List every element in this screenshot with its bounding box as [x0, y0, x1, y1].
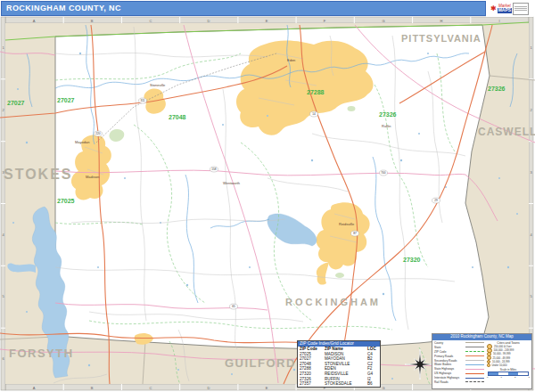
logo-tagline-box [513, 3, 529, 15]
publisher-logo: ✱ Market MAPS [486, 0, 533, 17]
title-bar: ROCKINGHAM COUNTY, NC [1, 1, 486, 16]
town-label-stoneville: Stoneville [150, 83, 166, 87]
county-label-stokes: STOKES [4, 167, 73, 182]
svg-text:D: D [208, 386, 210, 390]
town-label-ruffin: Ruffin [382, 124, 391, 128]
map-legend: 2010 Rockingham County, NC Map County St… [432, 333, 532, 389]
county-label-forsyth: FORSYTH [9, 347, 74, 360]
zip-label-27326-e: 27326 [488, 86, 506, 92]
zip-label-27027-w: 27027 [7, 100, 25, 106]
svg-text:A: A [33, 386, 36, 390]
zip-label-27288: 27288 [307, 89, 325, 95]
zip-label-27320: 27320 [403, 257, 421, 263]
zip-label-27027: 27027 [57, 97, 75, 103]
table-row: 27320REIDSVILLEG4 [298, 372, 382, 377]
svg-text:G: G [382, 386, 384, 390]
table-row: 27027MAYODANB2 [298, 356, 382, 362]
zip-index-table: ZIP Code Index/Grid Locator ZIP Code ZIP… [297, 340, 381, 388]
county-label-rockingham: ROCKINGHAM [285, 297, 381, 307]
svg-text:G: G [382, 19, 384, 23]
svg-text:E: E [266, 19, 268, 23]
county-label-caswell: CASWELL [478, 126, 535, 138]
route-shield: 158 [211, 167, 217, 171]
svg-text:C: C [150, 19, 152, 23]
zip-label-27025: 27025 [57, 198, 75, 204]
town-label-mayodan: Mayodan [75, 140, 89, 144]
town-label-eden: Eden [287, 58, 295, 62]
page-title: ROCKINGHAM COUNTY, NC [2, 2, 485, 15]
route-shield: 311 [140, 99, 144, 102]
svg-text:E: E [266, 386, 268, 390]
zip-label-27048: 27048 [169, 114, 186, 120]
town-label-reidsville: Reidsville [339, 222, 355, 226]
svg-text:B: B [91, 19, 94, 23]
route-shield: 29 [434, 199, 438, 202]
legend-cities-column: Cities and Towns 250,000 & Over 100,000 … [484, 341, 530, 385]
map-page: ROCKINGHAM COUNTY, NC ✱ Market MAPS [0, 0, 535, 392]
logo-word-2: MAPS [498, 8, 512, 13]
scale-ticks: 01 23 [487, 376, 530, 379]
town-label-wentworth: Wentworth [223, 181, 240, 185]
zip-table-header-row: ZIP Code ZIP Name LOC [298, 347, 382, 352]
zip-label-27326: 27326 [379, 111, 397, 118]
legend-line-items: County State ZIP Code Primary Roads Seco… [434, 341, 484, 385]
county-label-guilford: GUILFORD [225, 356, 296, 370]
route-shield: 65 [232, 305, 235, 308]
route-shield: 87 [353, 232, 357, 235]
route-shield: 700 [381, 171, 386, 175]
svg-text:D: D [208, 19, 210, 23]
table-row: 27357STOKESDALEB6 [298, 381, 382, 387]
svg-text:H: H [440, 19, 443, 23]
route-shield: 14 [312, 112, 316, 116]
county-label-pittsylvania: PITTSYLVANIA [401, 33, 482, 44]
logo-star-icon: ✱ [490, 5, 497, 12]
svg-text:C: C [150, 386, 152, 390]
route-shield: 220 [95, 132, 101, 135]
svg-text:A: A [33, 19, 36, 23]
svg-text:B: B [91, 386, 94, 390]
svg-text:I: I [498, 19, 499, 23]
town-label-madison: Madison [86, 175, 99, 179]
